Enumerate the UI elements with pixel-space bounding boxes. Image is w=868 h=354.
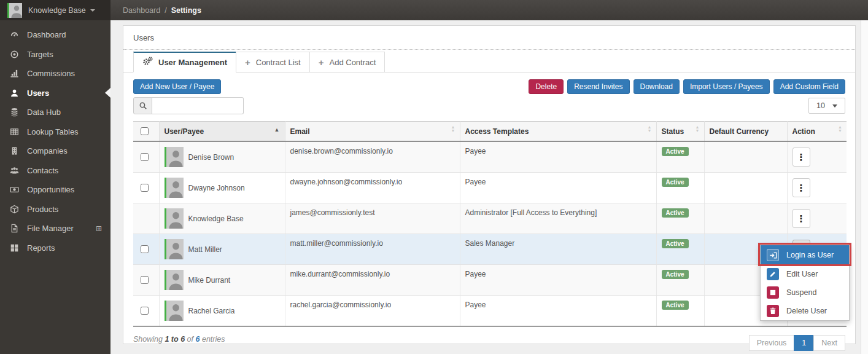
sidebar-item-companies[interactable]: Companies — [0, 141, 110, 161]
cell-status: Active — [656, 234, 704, 265]
column-label: Email — [290, 127, 310, 136]
user-name: Dwayne Johnson — [188, 184, 245, 192]
column-header-action[interactable]: Action▲▼ — [787, 122, 847, 142]
cell-email: james@commissionly.test — [285, 203, 460, 234]
toolbar: Add New User / Payee Delete Resend Invit… — [123, 73, 855, 94]
menu-item-delete-user[interactable]: Delete User — [761, 302, 849, 320]
sidebar-item-data-hub[interactable]: Data Hub — [0, 103, 110, 122]
avatar — [165, 147, 184, 167]
column-header-name[interactable]: User/Payee▲ — [159, 122, 285, 142]
column-header-template[interactable]: Access Templates▲▼ — [460, 122, 656, 142]
cell-template: Payee — [460, 265, 656, 296]
sidebar-item-opportunities[interactable]: Opportunities — [0, 180, 110, 200]
showing-suffix: entries — [202, 335, 225, 344]
delete-button[interactable]: Delete — [529, 79, 564, 94]
sort-both-icon: ▲▼ — [838, 125, 842, 133]
cell-user: Mike Durrant — [159, 265, 285, 296]
sidebar-item-label: Commissions — [27, 69, 75, 78]
page-title: Users — [123, 26, 855, 50]
column-header-status[interactable]: Status▲▼ — [656, 122, 704, 142]
user-name: Denise Brown — [188, 153, 234, 162]
cell-status: Active — [656, 203, 704, 234]
cell-email: rachel.garcia@commissionly.io — [285, 296, 460, 327]
cell-action: ⋮ — [787, 173, 847, 203]
avatar — [165, 178, 184, 198]
expand-plus-icon[interactable]: ⊞ — [96, 224, 102, 233]
select-all-checkbox[interactable] — [141, 127, 149, 135]
sidebar-user-menu[interactable]: Knowledge Base — [0, 0, 110, 20]
tab-contract-list[interactable]: +Contract List — [236, 52, 310, 73]
sidebar-item-file-manager[interactable]: File Manager⊞ — [0, 219, 110, 238]
sidebar-item-commissions[interactable]: Commissions — [0, 64, 110, 84]
row-checkbox[interactable] — [141, 184, 149, 192]
email-text: rachel.garcia@commissionly.io — [290, 301, 392, 309]
column-label: User/Payee — [165, 127, 204, 136]
action-menu-button[interactable]: ⋮ — [792, 148, 810, 167]
sort-asc-icon: ▲ — [274, 127, 280, 133]
cell-template: Payee — [460, 296, 656, 327]
status-badge: Active — [662, 208, 689, 218]
sidebar-item-lookup-tables[interactable]: Lookup Tables — [0, 122, 110, 142]
user-name: Mike Durrant — [188, 276, 231, 285]
page-size-select[interactable]: 10 — [808, 98, 845, 114]
tab-bar: User Management+Contract List+Add Contra… — [123, 50, 855, 73]
sidebar-item-products[interactable]: Products — [0, 200, 110, 219]
menu-item-login-as-user[interactable]: Login as User — [761, 245, 849, 265]
user-icon — [9, 88, 20, 98]
cell-currency — [704, 173, 787, 203]
import-users-button[interactable]: Import Users / Payees — [683, 79, 770, 94]
cell-template: Payee — [460, 173, 656, 203]
tab-add-contract[interactable]: +Add Contract — [309, 52, 386, 73]
page-button-previous[interactable]: Previous — [749, 335, 795, 351]
download-button[interactable]: Download — [634, 79, 680, 94]
table-row-dwayne-johnson: Dwayne Johnsondwayne.johnson@commissionl… — [133, 173, 847, 203]
cell-checkbox — [133, 234, 159, 265]
table-footer: Showing 1 to 6 of 6 entries Previous1Nex… — [123, 327, 855, 351]
action-menu-button[interactable]: ⋮ — [792, 209, 810, 228]
menu-item-suspend[interactable]: Suspend — [761, 283, 849, 302]
row-checkbox[interactable] — [141, 245, 149, 253]
cube-icon — [9, 205, 20, 214]
scrollbar-track[interactable] — [861, 20, 868, 354]
resend-invites-button[interactable]: Resend Invites — [567, 79, 629, 94]
sidebar-item-contacts[interactable]: Contacts — [0, 161, 110, 181]
gauge-icon — [9, 30, 20, 39]
tab-label: User Management — [158, 58, 227, 67]
page-button-1[interactable]: 1 — [794, 335, 814, 351]
sidebar-user-name: Knowledge Base — [28, 6, 86, 15]
tab-label: Contract List — [256, 58, 301, 67]
status-badge: Active — [662, 178, 689, 187]
row-checkbox[interactable] — [141, 307, 149, 315]
page-button-next[interactable]: Next — [813, 335, 845, 351]
cell-user: Rachel Garcia — [159, 296, 285, 327]
column-header-checkbox — [133, 122, 159, 142]
access-template-text: Payee — [465, 270, 486, 278]
action-menu-button[interactable]: ⋮ — [792, 178, 810, 197]
cell-currency — [704, 141, 787, 173]
add-custom-field-button[interactable]: Add Custom Field — [773, 79, 845, 94]
user-name: Matt Miller — [188, 245, 222, 254]
tab-user-management[interactable]: User Management — [133, 52, 236, 73]
sidebar-item-label: Products — [27, 205, 58, 214]
status-badge: Active — [662, 147, 689, 156]
sidebar-item-label: Dashboard — [27, 30, 66, 39]
sidebar-item-targets[interactable]: Targets — [0, 45, 110, 65]
showing-of: of — [187, 335, 193, 344]
sidebar: Knowledge Base DashboardTargetsCommissio… — [0, 0, 110, 354]
sidebar-item-dashboard[interactable]: Dashboard — [0, 25, 110, 45]
search-input[interactable] — [152, 97, 244, 114]
sidebar-item-reports[interactable]: Reports — [0, 238, 110, 258]
table-row-rachel-garcia: Rachel Garciarachel.garcia@commissionly.… — [133, 296, 847, 327]
content-area: Users User Management+Contract List+Add … — [110, 20, 868, 354]
cell-status: Active — [656, 265, 704, 296]
sign-in-icon — [767, 249, 779, 261]
email-text: dwayne.johnson@commissionly.io — [290, 178, 403, 186]
row-checkbox[interactable] — [141, 276, 149, 284]
menu-item-edit-user[interactable]: Edit User — [761, 265, 849, 283]
sidebar-item-users[interactable]: Users — [0, 84, 110, 103]
column-header-email[interactable]: Email▲▼ — [285, 122, 460, 142]
table-body: Denise Browndenise.brown@commissionly.io… — [133, 141, 847, 326]
breadcrumb-section[interactable]: Dashboard — [123, 6, 160, 15]
row-checkbox[interactable] — [141, 153, 149, 161]
add-user-button[interactable]: Add New User / Payee — [133, 79, 221, 94]
